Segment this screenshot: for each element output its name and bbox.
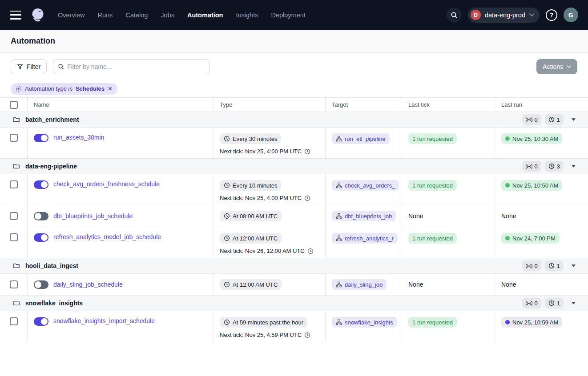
run-status-dot <box>505 320 510 324</box>
nav-item-catalog[interactable]: Catalog <box>125 12 148 19</box>
next-tick: Next tick: Nov 26, 12:00 AM UTC <box>220 248 314 254</box>
clock-icon <box>224 182 230 188</box>
search-icon <box>58 64 64 70</box>
chevron-down-icon <box>529 13 534 16</box>
row-checkbox[interactable] <box>10 317 18 325</box>
automation-row: daily_sling_job_schedule At 12:00 AM UTC… <box>0 274 588 296</box>
group-row[interactable]: batch_enrichment 0 1 <box>0 112 588 128</box>
help-icon[interactable]: ? <box>546 9 557 21</box>
group-row[interactable]: hooli_data_ingest 0 1 <box>0 258 588 274</box>
schedule-count: 1 <box>557 300 560 307</box>
nav-item-automation[interactable]: Automation <box>187 12 223 19</box>
last-tick-pill: 1 run requested <box>408 133 457 144</box>
sensor-icon <box>526 117 532 123</box>
avatar[interactable]: G <box>564 8 578 22</box>
job-icon <box>336 281 342 288</box>
automation-row: run_assets_30min Every 30 minutes Next t… <box>0 128 588 159</box>
name-filter-box <box>53 59 210 74</box>
last-run-pill[interactable]: Nov 24, 7:00 PM <box>501 233 560 244</box>
collapse-group-icon[interactable] <box>570 263 577 269</box>
clock-icon <box>304 148 310 155</box>
row-checkbox[interactable] <box>10 134 18 142</box>
last-tick-label: 1 run requested <box>412 235 453 242</box>
last-tick-pill: 1 run requested <box>408 233 457 244</box>
actions-button[interactable]: Actions <box>536 59 577 74</box>
search-icon[interactable] <box>447 8 462 23</box>
group-row[interactable]: snowflake_insights 0 1 <box>0 296 588 311</box>
last-tick-none: None <box>408 281 423 288</box>
schedule-type-pill: At 12:00 AM UTC <box>220 233 282 244</box>
automation-name-link[interactable]: snowflake_insights_import_schedule <box>53 317 155 325</box>
clock-icon <box>548 300 555 306</box>
sensor-count-badge: 0 <box>522 298 541 308</box>
select-all-checkbox[interactable] <box>10 101 18 109</box>
folder-icon <box>13 262 20 269</box>
filter-button[interactable]: Filter <box>11 59 47 74</box>
nav-item-overview[interactable]: Overview <box>58 12 85 19</box>
target-pill[interactable]: snowflake_insights <box>332 317 397 328</box>
nav-right: D data-eng-prod ? G <box>447 8 578 23</box>
enabled-toggle[interactable] <box>34 134 48 142</box>
job-icon <box>336 235 342 241</box>
automation-name-link[interactable]: dbt_blueprints_job_schedule <box>53 212 133 220</box>
last-run-pill[interactable]: Nov 25, 10:59 AM <box>501 317 562 328</box>
target-label: snowflake_insights <box>345 319 393 326</box>
enabled-toggle[interactable] <box>34 212 48 220</box>
schedule-count-badge: 1 <box>545 260 564 271</box>
enabled-toggle[interactable] <box>34 233 48 242</box>
name-filter-input[interactable] <box>67 63 205 70</box>
nav-item-jobs[interactable]: Jobs <box>161 12 174 19</box>
automation-row: dbt_blueprints_job_schedule At 08:00 AM … <box>0 205 588 227</box>
nav-item-insights[interactable]: Insights <box>236 12 258 19</box>
automation-name-link[interactable]: refresh_analytics_model_job_schedule <box>53 233 161 241</box>
collapse-group-icon[interactable] <box>570 116 577 123</box>
group-name: data-eng-pipeline <box>25 163 77 170</box>
column-header-last-tick: Last tick <box>402 98 495 112</box>
clock-icon <box>548 163 555 169</box>
automation-name-link[interactable]: run_assets_30min <box>53 133 104 142</box>
automation-name-link[interactable]: daily_sling_job_schedule <box>53 280 123 289</box>
run-status-dot <box>505 183 510 188</box>
sensor-count: 0 <box>535 163 538 170</box>
row-checkbox[interactable] <box>10 280 18 288</box>
menu-icon[interactable] <box>10 11 21 20</box>
clock-icon <box>224 136 230 142</box>
group-row[interactable]: data-eng-pipeline 0 3 <box>0 159 588 174</box>
enabled-toggle[interactable] <box>34 280 48 289</box>
target-pill[interactable]: daily_sling_job <box>332 279 387 290</box>
automation-row: check_avg_orders_freshness_schdule Every… <box>0 174 588 205</box>
sensor-icon <box>526 164 532 169</box>
next-tick-label: Next tick: Nov 25, 4:00 PM UTC <box>220 195 302 201</box>
collapse-group-icon[interactable] <box>570 300 577 306</box>
nav-item-deployment[interactable]: Deployment <box>271 12 305 19</box>
automation-name-link[interactable]: check_avg_orders_freshness_schdule <box>53 180 160 188</box>
close-icon[interactable]: ✕ <box>108 86 113 92</box>
schedule-type-pill: At 59 minutes past the hour <box>220 317 307 328</box>
automation-type-filter-tag[interactable]: Automation type is Schedules ✕ <box>11 83 117 95</box>
row-checkbox[interactable] <box>10 212 18 220</box>
sensor-icon <box>526 300 532 306</box>
last-run-pill[interactable]: Nov 25, 10:50 AM <box>501 180 562 191</box>
target-pill[interactable]: dbt_blueprints_job <box>332 211 396 221</box>
last-tick-pill: 1 run requested <box>408 317 457 328</box>
enabled-toggle[interactable] <box>34 180 48 189</box>
last-run-pill[interactable]: Nov 25, 10:30 AM <box>501 133 562 144</box>
last-run-none: None <box>501 212 516 220</box>
row-checkbox[interactable] <box>10 180 18 188</box>
nav-item-runs[interactable]: Runs <box>97 12 113 19</box>
target-pill[interactable]: refresh_analytics_r <box>332 233 398 244</box>
clock-icon <box>304 195 310 201</box>
enabled-toggle[interactable] <box>34 317 48 326</box>
workspace-switcher[interactable]: D data-eng-prod <box>468 8 540 23</box>
run-status-dot <box>505 136 510 141</box>
automations-table: Name Type Target Last tick Last run batc… <box>0 98 588 342</box>
target-label: refresh_analytics_r <box>345 235 394 242</box>
target-pill[interactable]: check_avg_orders_ <box>332 180 399 191</box>
dagster-logo-icon[interactable] <box>29 7 46 24</box>
primary-nav: OverviewRunsCatalogJobsAutomationInsight… <box>58 12 306 19</box>
target-pill[interactable]: run_etl_pipeline <box>332 133 390 144</box>
collapse-group-icon[interactable] <box>570 163 577 169</box>
row-checkbox[interactable] <box>10 233 18 241</box>
column-header-type: Type <box>213 98 325 112</box>
last-run-label: Nov 24, 7:00 PM <box>512 235 556 242</box>
